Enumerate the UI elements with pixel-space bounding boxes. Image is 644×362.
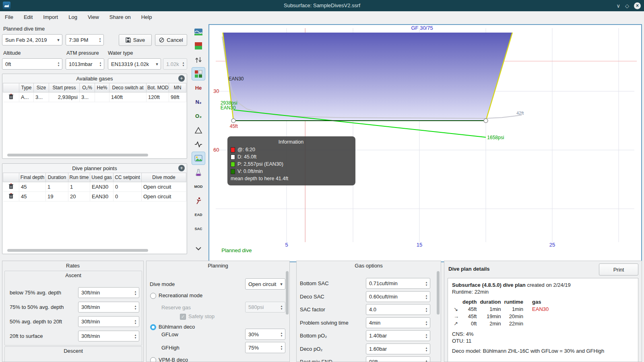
date-select[interactable]: Sun Feb 24, 2019 ▾ — [2, 34, 62, 45]
gflow-spinner[interactable]: 30% ▴▾ — [245, 329, 285, 340]
ruler-icon[interactable] — [192, 194, 205, 207]
column-header[interactable]: Type — [19, 83, 34, 93]
mod-icon[interactable]: MOD — [192, 180, 205, 193]
pp-nitrogen-icon[interactable]: N₂ — [192, 95, 205, 109]
table-cell[interactable]: EAN30 — [90, 182, 114, 192]
table-cell[interactable]: 3... — [34, 93, 49, 102]
spinner-up-icon[interactable]: ▴ — [426, 346, 427, 349]
table-cell[interactable]: 98ft — [169, 93, 186, 102]
spinner-down-icon[interactable]: ▾ — [100, 64, 101, 67]
table-row[interactable]: 451920EAN300Open circuit — [3, 192, 186, 202]
information-tooltip[interactable]: Information @: 6:20D: 45.0ftP: 2,557psi … — [227, 136, 355, 185]
spinner-up-icon[interactable]: ▴ — [58, 61, 60, 64]
dive-mode-icon[interactable] — [192, 25, 205, 38]
menu-edit[interactable]: Edit — [24, 14, 33, 20]
gas-option-spinner[interactable]: 98ft▴▾ — [366, 356, 430, 362]
column-header[interactable]: Start press — [49, 83, 80, 93]
spinner-up-icon[interactable]: ▴ — [135, 304, 136, 307]
column-header[interactable]: Final depth — [19, 173, 46, 182]
ascent-rate-spinner[interactable]: 30ft/min▴▾ — [78, 287, 139, 298]
increments-icon[interactable] — [192, 53, 205, 66]
spinner-down-icon[interactable]: ▾ — [135, 336, 136, 339]
table-cell[interactable]: Open circuit — [142, 192, 186, 202]
menu-file[interactable]: File — [5, 14, 13, 20]
spinner-up-icon[interactable]: ▴ — [135, 319, 136, 322]
vpmb-deco-label[interactable]: VPM-B deco — [159, 357, 188, 362]
recreational-mode-label[interactable]: Recreational mode — [159, 292, 202, 298]
spinner-up-icon[interactable]: ▴ — [426, 359, 427, 362]
table-cell[interactable]: 20 — [68, 192, 90, 202]
time-spinner[interactable]: 7:38 PM ▴▾ — [66, 34, 104, 45]
column-header[interactable]: Duration — [46, 173, 68, 182]
column-header[interactable]: Size — [34, 83, 49, 93]
ceiling-toggle-icon[interactable] — [192, 39, 205, 52]
table-cell[interactable] — [95, 93, 109, 102]
menu-help[interactable]: Help — [141, 14, 152, 20]
column-header[interactable]: Bot. MOD — [147, 83, 169, 93]
ead-icon[interactable]: EAD — [192, 208, 205, 221]
table-cell[interactable]: Open circuit — [142, 182, 186, 192]
buhlmann-deco-label[interactable]: Bühlmann deco — [159, 324, 195, 330]
table-cell[interactable]: 0 — [114, 192, 142, 202]
spinner-down-icon[interactable]: ▾ — [426, 349, 427, 352]
spinner-down-icon[interactable]: ▾ — [281, 334, 283, 337]
menu-import[interactable]: Import — [43, 14, 58, 20]
add-gas-button[interactable]: + — [178, 75, 185, 82]
vertical-scrollbar[interactable] — [286, 271, 289, 315]
column-header[interactable]: Used gas — [90, 173, 114, 182]
spinner-down-icon[interactable]: ▾ — [426, 284, 427, 286]
table-cell[interactable]: EAN30 — [90, 192, 114, 202]
calculated-ceiling-icon[interactable] — [192, 67, 205, 80]
ascent-rate-spinner[interactable]: 30ft/min▴▾ — [78, 316, 139, 327]
spinner-down-icon[interactable]: ▾ — [426, 310, 427, 313]
spinner-down-icon[interactable]: ▾ — [135, 322, 136, 325]
heart-rate-icon[interactable] — [192, 138, 205, 151]
table-row[interactable]: 4511EAN300Open circuit — [3, 182, 186, 192]
save-button[interactable]: Save — [119, 34, 152, 46]
buhlmann-deco-radio[interactable] — [150, 324, 156, 330]
table-cell[interactable]: 1 — [68, 182, 90, 192]
menu-share-on[interactable]: Share on — [109, 14, 131, 20]
sac-icon[interactable]: SAC — [192, 222, 205, 235]
table-cell[interactable]: 120ft — [147, 93, 169, 102]
spinner-up-icon[interactable]: ▴ — [426, 294, 427, 297]
close-icon[interactable]: × — [634, 2, 641, 9]
spinner-down-icon[interactable]: ▾ — [426, 297, 427, 300]
column-header[interactable]: Deco switch at — [109, 83, 147, 93]
table-cell[interactable]: 140ft — [109, 93, 147, 102]
table-cell[interactable]: 45 — [19, 192, 46, 202]
column-header[interactable]: Dive mode — [142, 173, 186, 182]
gfhigh-spinner[interactable]: 75% ▴▾ — [245, 342, 285, 353]
dive-profile-chart[interactable]: 515253060GF 30/75EAN302938psiEAN3045ft42… — [208, 24, 642, 262]
column-header[interactable]: He% — [95, 83, 109, 93]
ascent-rate-spinner[interactable]: 30ft/min▴▾ — [78, 302, 139, 313]
gas-option-spinner[interactable]: 4min▴▾ — [366, 317, 430, 328]
table-cell[interactable]: 1 — [46, 182, 68, 192]
column-header[interactable]: Run time — [68, 173, 90, 182]
scroll-down-icon[interactable] — [192, 242, 205, 255]
spinner-up-icon[interactable]: ▴ — [426, 333, 427, 336]
delete-row-icon[interactable] — [3, 93, 19, 102]
maximize-icon[interactable]: ◇ — [625, 3, 629, 9]
show-photos-icon[interactable] — [192, 152, 205, 165]
recreational-mode-radio[interactable] — [150, 293, 156, 299]
spinner-up-icon[interactable]: ▴ — [100, 61, 101, 64]
column-header[interactable]: MN — [169, 83, 186, 93]
table-cell[interactable]: 0 — [114, 182, 142, 192]
tissues-icon[interactable] — [192, 166, 205, 179]
spinner-up-icon[interactable]: ▴ — [99, 37, 101, 40]
spinner-down-icon[interactable]: ▾ — [58, 64, 60, 67]
spinner-up-icon[interactable]: ▴ — [135, 290, 136, 293]
spinner-up-icon[interactable]: ▴ — [426, 281, 427, 284]
horizontal-scrollbar[interactable] — [7, 249, 148, 252]
water-type-select[interactable]: EN13319 (1.02k ▾ — [108, 58, 161, 70]
spinner-down-icon[interactable]: ▾ — [99, 40, 101, 43]
dc-reported-ceiling-icon[interactable] — [192, 123, 205, 137]
spinner-up-icon[interactable]: ▴ — [281, 331, 283, 334]
gas-option-spinner[interactable]: 1.40bar▴▾ — [366, 330, 430, 341]
spinner-down-icon[interactable]: ▾ — [426, 336, 427, 339]
atm-pressure-spinner[interactable]: 1013mbar ▴▾ — [66, 58, 104, 70]
pp-helium-icon[interactable]: He — [192, 81, 205, 95]
minimize-icon[interactable]: ∨ — [616, 3, 620, 9]
gas-option-spinner[interactable]: 0.60cuft/min▴▾ — [366, 291, 430, 302]
